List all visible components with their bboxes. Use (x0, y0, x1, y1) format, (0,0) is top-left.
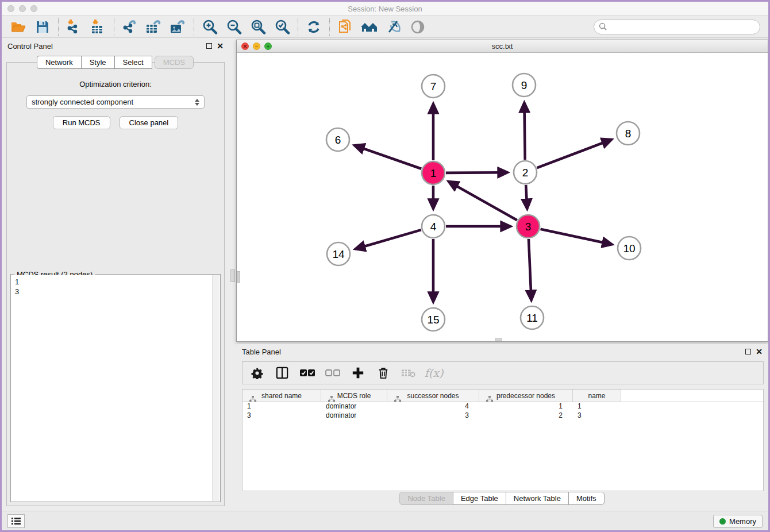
column-header-predecessor-nodes[interactable]: predecessor nodes (479, 390, 573, 402)
graph-node-6[interactable]: 6 (326, 128, 349, 151)
edge-2-3[interactable] (526, 185, 527, 207)
column-header-MCDS-role[interactable]: MCDS role (321, 390, 387, 402)
function-builder-icon[interactable]: f(x) (425, 364, 442, 381)
panel-divider[interactable] (229, 38, 236, 511)
graph-node-11[interactable]: 11 (521, 306, 544, 329)
tab-network-table[interactable]: Network Table (506, 492, 569, 505)
refresh-layout-icon[interactable] (302, 18, 326, 36)
zoom-out-icon[interactable] (222, 18, 246, 36)
cell-name[interactable]: 1 (573, 402, 621, 411)
show-hide-eye-icon[interactable] (406, 18, 430, 36)
zoom-selected-icon[interactable] (270, 18, 294, 36)
export-network-icon[interactable] (118, 18, 142, 36)
edge-2-9[interactable] (524, 104, 525, 160)
table-row[interactable]: 1dominator411 (242, 402, 763, 411)
edge-3-10[interactable] (541, 229, 611, 244)
import-network-icon[interactable] (62, 18, 86, 36)
copy-network-icon[interactable] (333, 18, 357, 36)
mcds-result-box: MCDS result (2 nodes) 1 3 (10, 274, 221, 502)
column-header-shared-name[interactable]: shared name (242, 390, 321, 402)
edge-1-2[interactable] (446, 172, 506, 173)
graph-node-14[interactable]: 14 (327, 242, 350, 265)
search-box[interactable] (594, 20, 760, 34)
mcds-result-line: 3 (15, 287, 209, 296)
tab-motifs[interactable]: Motifs (568, 492, 605, 505)
divider-handle[interactable] (230, 269, 235, 282)
cell-successor-nodes[interactable]: 4 (387, 402, 479, 411)
zoom-fit-icon[interactable] (246, 18, 270, 36)
network-vscroll-thumb[interactable] (237, 271, 240, 283)
memory-button[interactable]: Memory (713, 515, 763, 528)
node-label: 8 (625, 128, 632, 140)
search-input[interactable] (611, 22, 755, 31)
cell-name[interactable]: 3 (573, 411, 621, 421)
add-column-icon[interactable] (349, 364, 367, 381)
main-area: Control Panel ✕ Network Style Select MCD… (2, 38, 768, 511)
import-table-icon[interactable] (86, 18, 110, 36)
column-header-label: successor nodes (407, 392, 459, 400)
graph-node-1[interactable]: 1 (422, 161, 445, 184)
close-panel-button[interactable]: Close panel (120, 116, 179, 129)
mcds-result-scrollbar[interactable] (212, 275, 220, 501)
tab-edge-table[interactable]: Edge Table (453, 492, 506, 505)
deselect-all-checks-icon[interactable] (324, 364, 341, 381)
cell-shared-name[interactable]: 1 (242, 402, 321, 411)
graph-node-4[interactable]: 4 (422, 215, 445, 238)
table-panel-close-icon[interactable]: ✕ (756, 348, 763, 356)
network-window-titlebar[interactable]: ✕ − + scc.txt (237, 40, 768, 53)
tab-network[interactable]: Network (37, 56, 82, 69)
toolbar-separator (298, 18, 298, 36)
edge-3-11[interactable] (529, 239, 532, 299)
cell-MCDS-role[interactable]: dominator (321, 411, 387, 421)
graph-node-10[interactable]: 10 (618, 237, 641, 260)
edge-3-1[interactable] (450, 182, 517, 220)
column-header-successor-nodes[interactable]: successor nodes (387, 390, 479, 402)
table-panel-float-icon[interactable] (745, 349, 751, 354)
tab-node-table[interactable]: Node Table (399, 492, 453, 505)
graph-node-7[interactable]: 7 (422, 75, 445, 98)
save-session-icon[interactable] (30, 18, 55, 36)
table-row[interactable]: 3dominator323 (242, 411, 763, 421)
cell-successor-nodes[interactable]: 3 (387, 411, 479, 421)
network-graph[interactable]: 7968124314101511 (237, 53, 768, 341)
column-header-name[interactable]: name (573, 390, 621, 402)
graph-node-15[interactable]: 15 (422, 308, 445, 331)
export-table-icon[interactable] (142, 18, 166, 36)
first-neighbors-icon[interactable] (357, 18, 382, 36)
column-header-label: predecessor nodes (496, 392, 555, 400)
edge-1-6[interactable] (356, 146, 421, 169)
tab-style[interactable]: Style (81, 56, 115, 69)
cell-predecessor-nodes[interactable]: 1 (479, 402, 573, 411)
network-hscroll-thumb[interactable] (495, 338, 502, 341)
delete-entry-icon[interactable] (375, 364, 392, 381)
edge-2-8[interactable] (537, 140, 611, 168)
cell-predecessor-nodes[interactable]: 2 (479, 411, 573, 421)
criterion-dropdown[interactable]: strongly connected component (26, 95, 205, 109)
table-settings-icon[interactable] (248, 364, 265, 381)
cell-MCDS-role[interactable]: dominator (321, 402, 387, 411)
mcds-result-text[interactable]: 1 3 (11, 275, 212, 501)
graph-node-9[interactable]: 9 (513, 74, 536, 97)
network-canvas[interactable]: 7968124314101511 (237, 53, 768, 341)
node-label: 2 (522, 167, 529, 179)
control-panel-float-icon[interactable] (206, 43, 212, 49)
zoom-in-icon[interactable] (198, 18, 222, 36)
control-panel-close-icon[interactable]: ✕ (217, 42, 224, 50)
node-label: 10 (623, 242, 635, 255)
tab-mcds[interactable]: MCDS (155, 56, 194, 69)
header-filler (621, 390, 763, 402)
select-all-checks-icon[interactable] (299, 364, 316, 381)
graph-node-3[interactable]: 3 (517, 215, 540, 238)
run-mcds-button[interactable]: Run MCDS (53, 116, 110, 129)
export-image-icon[interactable] (166, 18, 190, 36)
cell-shared-name[interactable]: 3 (242, 411, 321, 421)
graph-node-2[interactable]: 2 (514, 161, 537, 184)
open-file-icon[interactable] (6, 18, 30, 36)
delete-table-icon[interactable] (400, 364, 417, 381)
edge-4-14[interactable] (357, 230, 421, 249)
task-history-button[interactable] (7, 514, 25, 528)
column-visibility-icon[interactable] (274, 364, 291, 381)
tab-select[interactable]: Select (114, 56, 152, 69)
graph-node-8[interactable]: 8 (617, 122, 640, 145)
show-hide-style-icon[interactable] (382, 18, 406, 36)
